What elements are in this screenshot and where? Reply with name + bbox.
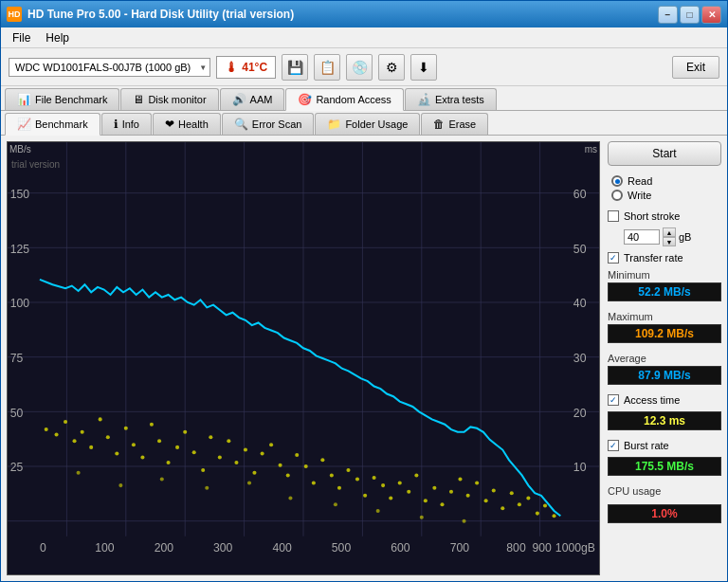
- svg-point-56: [183, 430, 187, 434]
- tab-benchmark[interactable]: 📈 Benchmark: [5, 113, 100, 136]
- svg-point-63: [244, 448, 247, 452]
- svg-point-71: [312, 481, 316, 484]
- menu-bar: File Help: [1, 27, 727, 48]
- tab-info[interactable]: ℹ Info: [101, 113, 152, 135]
- svg-point-52: [150, 423, 154, 427]
- svg-point-94: [510, 491, 514, 495]
- tab-health[interactable]: ❤ Health: [153, 113, 221, 135]
- toolbar-btn-settings[interactable]: ⚙: [378, 54, 405, 81]
- menu-help[interactable]: Help: [38, 29, 77, 46]
- svg-point-103: [205, 486, 209, 490]
- access-time-value: 12.3 ms: [608, 411, 721, 430]
- error-scan-icon: 🔍: [234, 118, 248, 131]
- burst-rate-value: 175.5 MB/s: [608, 457, 721, 476]
- title-bar: HD HD Tune Pro 5.00 - Hard Disk Utility …: [1, 1, 727, 27]
- svg-point-66: [269, 443, 273, 446]
- average-value: 87.9 MB/s: [608, 366, 721, 385]
- tab-folder-usage[interactable]: 📁 Folder Usage: [315, 113, 420, 135]
- svg-text:20: 20: [573, 407, 587, 420]
- health-icon: ❤: [165, 118, 174, 131]
- cpu-usage-value: 1.0%: [608, 504, 721, 523]
- radio-read-indicator: [611, 175, 623, 187]
- spinner-up-arrow[interactable]: ▲: [663, 227, 676, 237]
- menu-file[interactable]: File: [5, 29, 38, 46]
- svg-point-102: [160, 477, 164, 481]
- svg-point-60: [218, 456, 222, 460]
- svg-text:150: 150: [10, 188, 30, 201]
- svg-point-93: [500, 506, 504, 510]
- svg-point-109: [463, 519, 466, 523]
- svg-text:50: 50: [10, 407, 24, 420]
- drive-select-wrap[interactable]: WDC WD1001FALS-00J7B (1000 gB): [9, 58, 210, 77]
- window-title: HD Tune Pro 5.00 - Hard Disk Utility (tr…: [27, 8, 658, 21]
- svg-point-68: [286, 473, 290, 477]
- minimum-value: 52.2 MB/s: [608, 282, 721, 301]
- minimum-label: Minimum: [608, 269, 721, 281]
- svg-text:600: 600: [391, 541, 410, 555]
- svg-text:300: 300: [213, 541, 233, 555]
- spinner-unit-label: gB: [679, 231, 691, 243]
- radio-read[interactable]: Read: [611, 175, 718, 187]
- svg-text:900: 900: [532, 541, 552, 555]
- svg-point-108: [420, 516, 424, 519]
- tab-random-access[interactable]: 🎯 Random Access: [285, 88, 403, 111]
- tab-aam[interactable]: 🔊 AAM: [220, 88, 285, 110]
- spinner-input[interactable]: 40: [624, 229, 660, 245]
- svg-text:30: 30: [573, 352, 587, 365]
- short-stroke-checkbox[interactable]: Short stroke: [608, 210, 721, 222]
- svg-text:50: 50: [573, 243, 587, 256]
- radio-read-label: Read: [628, 175, 652, 187]
- spinner-down-arrow[interactable]: ▼: [663, 237, 676, 246]
- tab-disk-monitor[interactable]: 🖥 Disk monitor: [120, 88, 218, 110]
- temperature-display: 🌡 41°C: [216, 56, 276, 79]
- transfer-rate-label: Transfer rate: [624, 252, 683, 264]
- svg-point-58: [201, 468, 205, 472]
- svg-point-49: [124, 427, 128, 430]
- svg-point-95: [518, 502, 521, 506]
- toolbar-btn-download[interactable]: ⬇: [410, 54, 437, 81]
- tab-extra-tests[interactable]: 🔬 Extra tests: [405, 88, 497, 110]
- svg-point-50: [132, 443, 136, 446]
- transfer-rate-checkbox[interactable]: Transfer rate: [608, 252, 721, 264]
- minimize-button[interactable]: −: [658, 6, 678, 24]
- svg-point-43: [73, 439, 77, 443]
- svg-point-45: [89, 446, 93, 449]
- temperature-value: 41°C: [242, 61, 267, 74]
- toolbar-btn-copy[interactable]: 📋: [314, 54, 340, 81]
- tabs-row1: 📊 File Benchmark 🖥 Disk monitor 🔊 AAM 🎯 …: [1, 86, 727, 111]
- drive-dropdown[interactable]: WDC WD1001FALS-00J7B (1000 gB): [9, 58, 210, 77]
- svg-point-105: [288, 497, 292, 500]
- svg-point-62: [234, 461, 238, 464]
- window-controls: − □ ✕: [658, 6, 721, 24]
- start-button[interactable]: Start: [608, 141, 721, 166]
- svg-point-79: [381, 483, 385, 487]
- svg-text:75: 75: [10, 352, 24, 365]
- radio-write[interactable]: Write: [611, 190, 718, 201]
- svg-point-85: [432, 486, 436, 490]
- svg-point-74: [337, 486, 341, 490]
- burst-rate-checkbox[interactable]: Burst rate: [608, 440, 721, 451]
- svg-point-44: [81, 430, 84, 434]
- tab-file-benchmark[interactable]: 📊 File Benchmark: [5, 88, 119, 110]
- chart-container: MB/s ms trial version: [7, 141, 600, 575]
- close-button[interactable]: ✕: [701, 6, 721, 24]
- tab-erase[interactable]: 🗑 Erase: [421, 113, 488, 135]
- maximize-button[interactable]: □: [680, 6, 700, 24]
- tab-error-scan[interactable]: 🔍 Error Scan: [222, 113, 315, 135]
- svg-point-97: [536, 512, 539, 516]
- info-icon: ℹ: [114, 118, 118, 131]
- svg-text:60: 60: [573, 188, 587, 201]
- access-time-checkbox[interactable]: Access time: [608, 394, 721, 406]
- random-access-icon: 🎯: [298, 93, 312, 106]
- svg-text:700: 700: [450, 541, 470, 555]
- spinner-arrows: ▲ ▼: [663, 227, 676, 246]
- svg-point-40: [45, 427, 48, 431]
- toolbar-btn-save[interactable]: 💾: [282, 54, 308, 81]
- spinner-row: 40 ▲ ▼ gB: [624, 227, 721, 246]
- svg-text:800: 800: [506, 541, 526, 555]
- exit-button[interactable]: Exit: [672, 56, 719, 79]
- app-icon: HD: [7, 7, 22, 22]
- toolbar-btn-disk[interactable]: 💿: [346, 54, 373, 81]
- svg-point-78: [373, 476, 376, 480]
- svg-point-100: [77, 471, 81, 475]
